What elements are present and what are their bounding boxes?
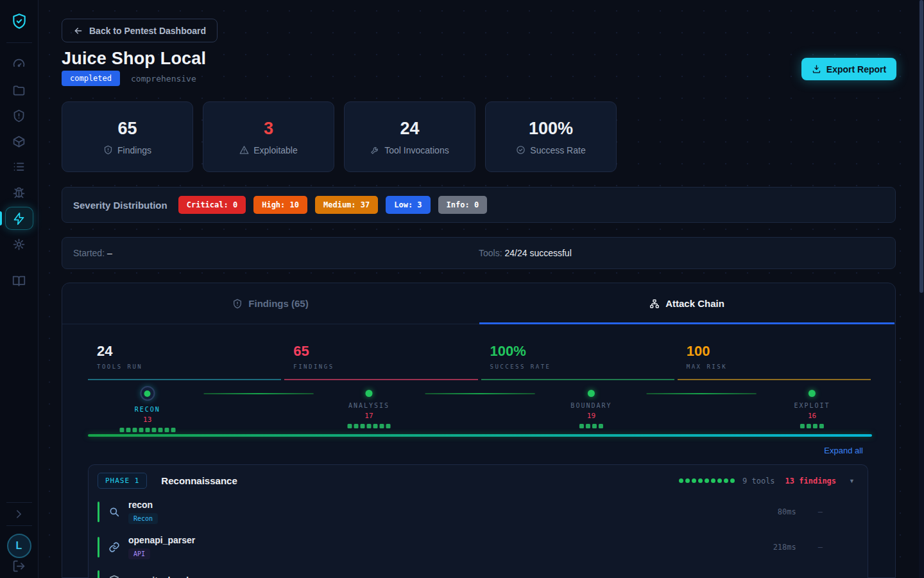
collapse-caret-icon[interactable]: ▼ <box>849 478 855 484</box>
sidebar-item-dashboard[interactable] <box>5 53 33 76</box>
chain-success-value: 100% <box>490 343 665 360</box>
phase-node-findings: 13 <box>143 416 151 424</box>
phase-1-header[interactable]: PHASE 1 Reconnaissance 9 tools 13 findin… <box>98 473 859 489</box>
timeline-node-recon[interactable]: RECON 13 <box>119 386 175 432</box>
phase-node-dot <box>588 390 595 397</box>
phase-number-badge: PHASE 1 <box>98 473 147 489</box>
chain-success-label: SUCCESS RATE <box>490 363 665 370</box>
expand-all-link[interactable]: Expand all <box>824 446 863 455</box>
scan-meta-bar: Started: – Tools: 24/24 successful <box>62 237 896 269</box>
back-button-label: Back to Pentest Dashboard <box>89 26 206 36</box>
phase-node-findings: 19 <box>587 412 595 420</box>
status-badge: completed <box>62 71 120 86</box>
back-to-dashboard-button[interactable]: Back to Pentest Dashboard <box>62 19 218 42</box>
chain-findings-value: 65 <box>293 343 468 360</box>
findings-count: 65 <box>117 119 137 139</box>
sidebar-item-assets[interactable] <box>5 130 33 153</box>
scan-mode-badge: comprehensive <box>131 74 196 83</box>
wrench-icon <box>370 145 380 155</box>
sidebar: L <box>0 0 38 578</box>
stat-card-findings: 65 Findings <box>62 101 193 172</box>
sidebar-item-projects[interactable] <box>5 78 33 101</box>
started-value: – <box>107 248 112 258</box>
phase-node-label: BOUNDARY <box>570 402 612 409</box>
check-circle-icon <box>516 145 526 155</box>
sidebar-expand-chevron-icon[interactable] <box>5 502 33 525</box>
phase-node-label: EXPLOIT <box>794 402 830 409</box>
sidebar-item-settings[interactable] <box>5 232 33 256</box>
tools-run-value: 24 <box>97 343 272 360</box>
chain-stat-tools-run: 24 TOOLS RUN <box>88 338 281 380</box>
stat-label: Exploitable <box>253 145 298 155</box>
max-risk-label: MAX RISK <box>687 363 862 370</box>
sidebar-item-logs[interactable] <box>5 155 33 178</box>
tools-run-label: TOOLS RUN <box>97 363 272 370</box>
stat-label: Success Rate <box>530 145 585 155</box>
page-scrollbar[interactable] <box>919 0 924 578</box>
phase-timeline: RECON 13 ANALYSIS 17 BOUNDARY 19 EXPLOIT… <box>88 386 871 434</box>
severity-badge-low: Low: 3 <box>386 196 430 214</box>
scrollbar-thumb[interactable] <box>920 0 923 293</box>
tab-bar: Findings (65) Attack Chain <box>62 283 895 324</box>
severity-distribution-bar: Severity Distribution Critical: 0 High: … <box>62 187 896 223</box>
attack-chain-summary: 24 TOOLS RUN 65 FINDINGS 100% SUCCESS RA… <box>88 338 871 380</box>
phase-node-findings: 16 <box>808 412 816 420</box>
phase-findings-count: 13 findings <box>785 477 836 486</box>
tool-status-accent <box>98 570 99 578</box>
sitemap-icon <box>649 299 660 309</box>
tool-duration: 218ms <box>773 543 796 552</box>
exploitable-count: 3 <box>264 119 273 139</box>
phase-node-tool-squares <box>800 424 824 428</box>
stat-label: Tool Invocations <box>384 145 449 155</box>
warning-triangle-icon <box>239 145 249 155</box>
tool-name: recon <box>128 500 158 510</box>
shield-icon <box>107 575 121 578</box>
phase-tools-count: 9 tools <box>742 477 775 486</box>
stat-card-success-rate: 100% Success Rate <box>485 101 617 172</box>
tools-label: Tools: <box>479 248 502 258</box>
severity-badge-critical: Critical: 0 <box>178 196 246 214</box>
tool-name: security_headers <box>128 575 202 578</box>
active-tab-indicator <box>479 322 894 324</box>
sidebar-item-bug-reports[interactable] <box>5 181 33 204</box>
tool-invocations-count: 24 <box>400 119 419 139</box>
tools-value: 24/24 successful <box>504 248 571 258</box>
phase-node-dot <box>140 386 155 401</box>
download-icon <box>812 64 821 74</box>
timeline-node-boundary[interactable]: BOUNDARY 19 <box>570 386 612 428</box>
tool-row-openapi-parser[interactable]: openapi_parser API 218ms — <box>98 535 859 559</box>
timeline-node-analysis[interactable]: ANALYSIS 17 <box>347 386 390 428</box>
phase-1-card: PHASE 1 Reconnaissance 9 tools 13 findin… <box>88 464 868 578</box>
page-title: Juice Shop Local <box>62 49 206 69</box>
phase-node-findings: 17 <box>364 412 373 420</box>
stat-cards: 65 Findings 3 Exploitable 24 Tool Invoca… <box>62 101 617 172</box>
stat-label: Findings <box>117 145 151 155</box>
tool-status-accent <box>98 537 99 557</box>
sidebar-item-attack-runs[interactable] <box>5 207 33 230</box>
logout-icon[interactable] <box>5 554 33 577</box>
main-content: Back to Pentest Dashboard Juice Shop Loc… <box>38 0 919 578</box>
tool-row-recon[interactable]: recon Recon 80ms — <box>98 500 859 524</box>
chain-findings-label: FINDINGS <box>293 363 468 370</box>
tab-attack-chain[interactable]: Attack Chain <box>479 283 895 324</box>
timeline-connector <box>647 393 757 394</box>
tool-status-dash: — <box>818 543 823 552</box>
phase-node-dot <box>809 390 816 397</box>
tool-row-security-headers[interactable]: security_headers <box>98 570 859 578</box>
sidebar-item-docs[interactable] <box>5 269 33 292</box>
export-report-button[interactable]: Export Report <box>801 58 896 80</box>
link-icon <box>107 541 121 553</box>
arrow-left-icon <box>73 26 83 36</box>
sidebar-item-vulnerabilities[interactable] <box>5 104 33 127</box>
shield-icon <box>232 299 243 309</box>
active-nav-indicator <box>0 211 2 225</box>
timeline-node-exploit[interactable]: EXPLOIT 16 <box>794 386 830 428</box>
tab-label: Findings (65) <box>248 298 308 309</box>
phase-name: Reconnaissance <box>161 475 237 486</box>
chain-stat-success-rate: 100% SUCCESS RATE <box>481 338 674 380</box>
severity-title: Severity Distribution <box>73 200 167 211</box>
tool-name: openapi_parser <box>128 535 195 545</box>
shield-alert-icon <box>103 145 113 155</box>
tab-findings[interactable]: Findings (65) <box>62 283 479 324</box>
phase-node-tool-squares <box>347 424 390 428</box>
